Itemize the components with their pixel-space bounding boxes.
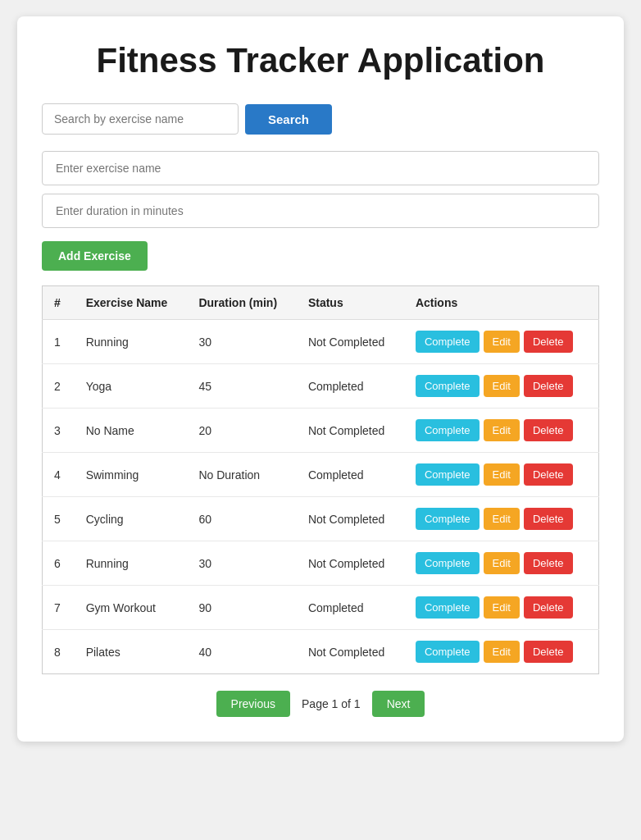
pagination: Previous Page 1 of 1 Next bbox=[42, 691, 599, 717]
row-actions: CompleteEditDelete bbox=[404, 497, 599, 541]
edit-button[interactable]: Edit bbox=[484, 331, 520, 353]
search-input[interactable] bbox=[42, 103, 239, 135]
table-row: 4SwimmingNo DurationCompletedCompleteEdi… bbox=[43, 453, 599, 497]
col-header-num: # bbox=[43, 286, 75, 320]
row-id: 4 bbox=[43, 453, 75, 497]
row-status: Not Completed bbox=[297, 320, 404, 364]
col-header-duration: Duration (min) bbox=[187, 286, 296, 320]
edit-button[interactable]: Edit bbox=[484, 552, 520, 574]
row-actions: CompleteEditDelete bbox=[404, 630, 599, 674]
row-exercise-name: Yoga bbox=[75, 364, 188, 409]
edit-button[interactable]: Edit bbox=[484, 463, 520, 486]
add-exercise-form bbox=[42, 151, 599, 228]
row-status: Completed bbox=[297, 586, 404, 630]
edit-button[interactable]: Edit bbox=[484, 508, 520, 530]
search-button[interactable]: Search bbox=[245, 104, 332, 135]
delete-button[interactable]: Delete bbox=[524, 641, 573, 663]
row-actions: CompleteEditDelete bbox=[404, 364, 599, 409]
row-exercise-name: No Name bbox=[75, 409, 188, 453]
table-row: 2Yoga45CompletedCompleteEditDelete bbox=[43, 364, 599, 409]
row-duration: 30 bbox=[187, 541, 296, 586]
delete-button[interactable]: Delete bbox=[524, 508, 573, 530]
row-id: 3 bbox=[43, 409, 75, 453]
edit-button[interactable]: Edit bbox=[484, 375, 520, 397]
row-status: Not Completed bbox=[297, 630, 404, 674]
table-row: 7Gym Workout90CompletedCompleteEditDelet… bbox=[43, 586, 599, 630]
row-exercise-name: Running bbox=[75, 320, 188, 364]
col-header-actions: Actions bbox=[404, 286, 599, 320]
row-exercise-name: Running bbox=[75, 541, 188, 586]
row-exercise-name: Swimming bbox=[75, 453, 188, 497]
delete-button[interactable]: Delete bbox=[524, 552, 573, 574]
col-header-name: Exercise Name bbox=[75, 286, 188, 320]
row-exercise-name: Pilates bbox=[75, 630, 188, 674]
exercise-duration-input[interactable] bbox=[42, 194, 599, 228]
row-id: 1 bbox=[43, 320, 75, 364]
complete-button[interactable]: Complete bbox=[416, 508, 480, 530]
table-row: 8Pilates40Not CompletedCompleteEditDelet… bbox=[43, 630, 599, 674]
complete-button[interactable]: Complete bbox=[416, 641, 480, 663]
row-actions: CompleteEditDelete bbox=[404, 453, 599, 497]
row-actions: CompleteEditDelete bbox=[404, 586, 599, 630]
edit-button[interactable]: Edit bbox=[484, 641, 520, 663]
row-duration: 60 bbox=[187, 497, 296, 541]
delete-button[interactable]: Delete bbox=[524, 596, 573, 619]
row-actions: CompleteEditDelete bbox=[404, 541, 599, 586]
search-row: Search bbox=[42, 103, 599, 135]
row-status: Not Completed bbox=[297, 497, 404, 541]
row-status: Completed bbox=[297, 364, 404, 409]
table-row: 3No Name20Not CompletedCompleteEditDelet… bbox=[43, 409, 599, 453]
complete-button[interactable]: Complete bbox=[416, 596, 480, 619]
edit-button[interactable]: Edit bbox=[484, 596, 520, 619]
row-duration: 40 bbox=[187, 630, 296, 674]
delete-button[interactable]: Delete bbox=[524, 463, 573, 486]
exercise-table: # Exercise Name Duration (min) Status Ac… bbox=[42, 285, 599, 674]
row-id: 7 bbox=[43, 586, 75, 630]
next-button[interactable]: Next bbox=[372, 691, 425, 717]
exercise-name-input[interactable] bbox=[42, 151, 599, 185]
complete-button[interactable]: Complete bbox=[416, 552, 480, 574]
edit-button[interactable]: Edit bbox=[484, 419, 520, 441]
app-container: Fitness Tracker Application Search Add E… bbox=[17, 16, 624, 742]
row-status: Not Completed bbox=[297, 541, 404, 586]
delete-button[interactable]: Delete bbox=[524, 331, 573, 353]
row-status: Completed bbox=[297, 453, 404, 497]
row-id: 5 bbox=[43, 497, 75, 541]
page-info: Page 1 of 1 bbox=[302, 697, 361, 710]
row-duration: No Duration bbox=[187, 453, 296, 497]
table-row: 5Cycling60Not CompletedCompleteEditDelet… bbox=[43, 497, 599, 541]
row-id: 2 bbox=[43, 364, 75, 409]
row-duration: 90 bbox=[187, 586, 296, 630]
row-exercise-name: Gym Workout bbox=[75, 586, 188, 630]
row-exercise-name: Cycling bbox=[75, 497, 188, 541]
row-id: 8 bbox=[43, 630, 75, 674]
row-duration: 45 bbox=[187, 364, 296, 409]
table-header-row: # Exercise Name Duration (min) Status Ac… bbox=[43, 286, 599, 320]
table-row: 1Running30Not CompletedCompleteEditDelet… bbox=[43, 320, 599, 364]
row-status: Not Completed bbox=[297, 409, 404, 453]
row-duration: 30 bbox=[187, 320, 296, 364]
row-duration: 20 bbox=[187, 409, 296, 453]
row-id: 6 bbox=[43, 541, 75, 586]
add-exercise-button[interactable]: Add Exercise bbox=[42, 241, 148, 271]
row-actions: CompleteEditDelete bbox=[404, 320, 599, 364]
row-actions: CompleteEditDelete bbox=[404, 409, 599, 453]
delete-button[interactable]: Delete bbox=[524, 419, 573, 441]
delete-button[interactable]: Delete bbox=[524, 375, 573, 397]
app-title: Fitness Tracker Application bbox=[42, 41, 599, 80]
complete-button[interactable]: Complete bbox=[416, 375, 480, 397]
complete-button[interactable]: Complete bbox=[416, 331, 480, 353]
previous-button[interactable]: Previous bbox=[216, 691, 290, 717]
table-row: 6Running30Not CompletedCompleteEditDelet… bbox=[43, 541, 599, 586]
complete-button[interactable]: Complete bbox=[416, 463, 480, 486]
complete-button[interactable]: Complete bbox=[416, 419, 480, 441]
col-header-status: Status bbox=[297, 286, 404, 320]
